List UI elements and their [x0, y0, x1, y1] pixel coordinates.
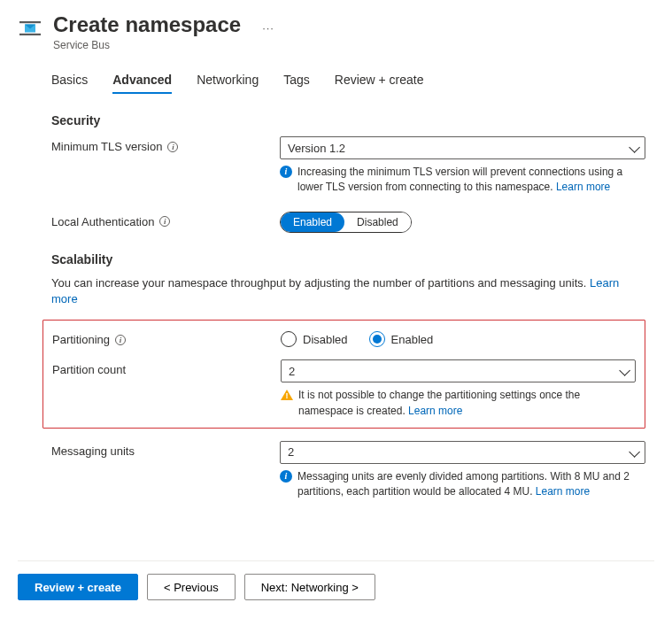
partitioning-label-text: Partitioning [52, 333, 110, 346]
localauth-label: Local Authentication i [51, 212, 280, 228]
next-button[interactable]: Next: Networking > [244, 574, 375, 600]
tab-advanced[interactable]: Advanced [112, 67, 172, 94]
localauth-enabled-button[interactable]: Enabled [281, 212, 344, 232]
messaging-units-select[interactable]: 2 [280, 441, 645, 464]
service-bus-icon [18, 16, 42, 41]
localauth-toggle: Enabled Disabled [280, 212, 412, 233]
tab-basics[interactable]: Basics [51, 67, 88, 94]
warning-icon [281, 390, 293, 400]
security-heading: Security [51, 113, 645, 127]
radio-circle-icon [281, 331, 297, 347]
localauth-disabled-button[interactable]: Disabled [344, 212, 411, 232]
more-button[interactable]: ··· [262, 21, 274, 35]
partition-count-value: 2 [289, 365, 295, 378]
footer-bar: Review + create < Previous Next: Network… [18, 560, 654, 600]
tabs: Basics Advanced Networking Tags Review +… [18, 67, 654, 94]
info-icon[interactable]: i [115, 335, 126, 345]
scalability-desc-text: You can increase your namespace throughp… [51, 276, 590, 290]
info-icon[interactable]: i [159, 216, 170, 227]
messaging-units-label: Messaging units [51, 441, 280, 458]
tls-select[interactable]: Version 1.2 [280, 136, 645, 159]
partitioning-radio-group: Disabled Enabled [281, 329, 636, 347]
radio-enabled-label: Enabled [391, 333, 434, 346]
radio-disabled-label: Disabled [303, 333, 348, 346]
mu-learn-more-link[interactable]: Learn more [536, 485, 590, 498]
tls-label: Minimum TLS version i [51, 136, 280, 153]
partition-count-label: Partition count [52, 359, 281, 376]
partition-learn-more-link[interactable]: Learn more [408, 405, 462, 417]
page-header: Create namespace Service Bus ··· [18, 12, 654, 51]
partitioning-label: Partitioning i [52, 329, 281, 346]
svg-rect-1 [19, 34, 41, 35]
radio-circle-icon [369, 331, 385, 347]
scalability-heading: Scalability [51, 252, 645, 267]
tab-networking[interactable]: Networking [197, 67, 259, 94]
scalability-desc: You can increase your namespace throughp… [51, 275, 645, 307]
partition-warning: It is not possible to change the partiti… [281, 388, 636, 419]
tab-tags[interactable]: Tags [283, 67, 310, 94]
tls-learn-more-link[interactable]: Learn more [556, 181, 610, 193]
partitioning-enabled-radio[interactable]: Enabled [369, 331, 434, 347]
partitioning-highlight: Partitioning i Disabled Enabled Partitio… [42, 320, 645, 429]
info-icon: i [280, 470, 292, 483]
previous-button[interactable]: < Previous [147, 574, 236, 600]
partitioning-disabled-radio[interactable]: Disabled [281, 331, 348, 347]
page-subtitle: Service Bus [53, 39, 241, 51]
messaging-units-note: i Messaging units are evenly divided amo… [280, 469, 645, 500]
svg-rect-0 [19, 21, 41, 23]
info-icon: i [280, 166, 292, 178]
tab-review[interactable]: Review + create [335, 67, 424, 94]
tls-note: i Increasing the minimum TLS version wil… [280, 165, 645, 196]
partition-count-select[interactable]: 2 [281, 359, 636, 382]
tls-select-value: Version 1.2 [288, 142, 345, 155]
tls-label-text: Minimum TLS version [51, 140, 162, 153]
review-create-button[interactable]: Review + create [18, 574, 138, 600]
localauth-label-text: Local Authentication [51, 215, 154, 228]
page-title: Create namespace [53, 12, 241, 37]
messaging-units-value: 2 [288, 445, 294, 459]
info-icon[interactable]: i [167, 142, 178, 152]
